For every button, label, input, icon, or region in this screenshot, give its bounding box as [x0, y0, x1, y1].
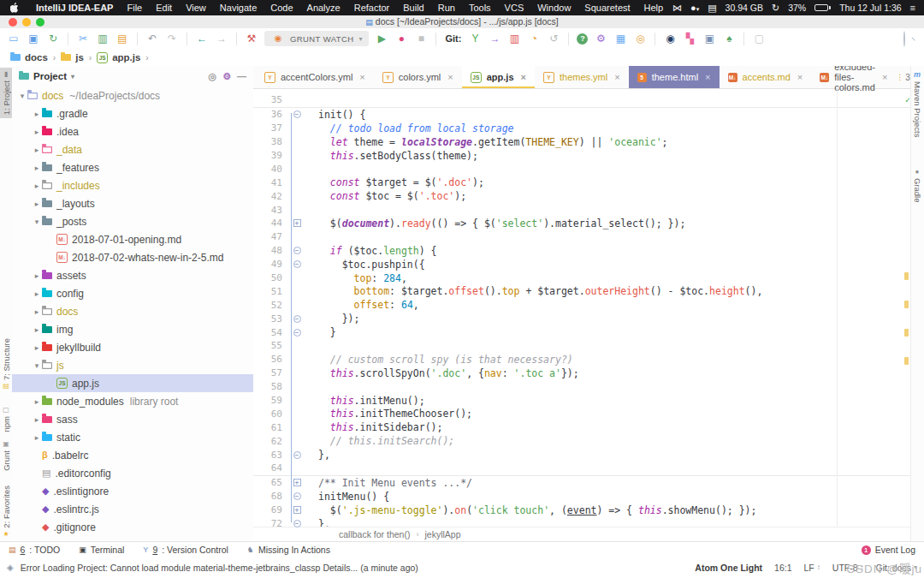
settings-gear-icon[interactable]: ⚙: [594, 32, 607, 45]
close-icon[interactable]: ×: [359, 72, 364, 82]
tree-item-posts[interactable]: ▾_posts: [12, 212, 253, 230]
menu-file[interactable]: File: [120, 3, 149, 13]
tree-item-gitignore[interactable]: ◆.gitignore: [12, 518, 253, 536]
toolwindow-terminal[interactable]: ▣Terminal: [79, 545, 124, 555]
menu-refactor[interactable]: Refactor: [347, 3, 397, 13]
chevron-right-icon[interactable]: ▸: [32, 110, 42, 118]
toolwindow-gradle[interactable]: ● Gradle: [911, 169, 923, 203]
toolwindow-switcher-icon[interactable]: ◈: [7, 563, 14, 572]
save-icon[interactable]: ▣: [27, 32, 40, 45]
warning-mark[interactable]: [904, 272, 909, 280]
run-icon[interactable]: ▶: [375, 32, 388, 45]
breadcrumb-js[interactable]: js: [61, 52, 84, 63]
hide-panel-icon[interactable]: —: [237, 71, 246, 81]
close-icon[interactable]: ×: [705, 72, 710, 82]
git-update-icon[interactable]: →: [488, 32, 501, 45]
tab-app-js[interactable]: JSapp.js×: [462, 66, 535, 88]
history-clock-icon[interactable]: ◔: [527, 32, 541, 45]
run-configuration-selector[interactable]: ◉GRUNT WATCH▾: [264, 31, 369, 46]
tree-item-babelrc[interactable]: β.babelrc: [12, 446, 253, 464]
fold-collapse-icon[interactable]: −: [293, 247, 301, 254]
hidden-tabs-button[interactable]: ⋮3: [896, 66, 911, 88]
close-icon[interactable]: ×: [882, 72, 887, 82]
fold-expand-icon[interactable]: +: [293, 479, 301, 486]
chevron-right-icon[interactable]: ▸: [32, 200, 42, 208]
menu-build[interactable]: Build: [396, 3, 430, 13]
chevron-right-icon[interactable]: ▸: [32, 182, 42, 190]
tree-item-idea[interactable]: ▸.idea: [12, 122, 253, 140]
toolwindow-missing-in-actions[interactable]: ♞Missing In Actions: [247, 545, 330, 555]
tree-item-docs[interactable]: ▸docs: [12, 302, 253, 320]
theme-name-widget[interactable]: Atom One Light: [695, 563, 762, 573]
menu-analyze[interactable]: Analyze: [300, 3, 347, 13]
chevron-right-icon[interactable]: ▸: [32, 433, 42, 442]
tab-theme-html[interactable]: 5theme.html×: [629, 66, 720, 88]
build-hammer-icon[interactable]: ⚒: [245, 32, 258, 45]
warning-mark[interactable]: [904, 357, 909, 365]
cut-icon[interactable]: ✂: [76, 32, 90, 45]
chevron-right-icon[interactable]: ▸: [32, 397, 42, 406]
fold-collapse-icon[interactable]: −: [293, 329, 301, 337]
tree-item-jekyllbuild[interactable]: ▸jekyllbuild: [12, 338, 253, 356]
line-separator-widget[interactable]: LF↕: [804, 563, 820, 573]
editor-area[interactable]: YaccentColors.yml×Ycolors.yml×JSapp.js×Y…: [253, 66, 911, 541]
material-theme-icon[interactable]: ♠: [722, 32, 736, 45]
sync-icon[interactable]: ↻: [46, 32, 60, 45]
code-area[interactable]: 3536−init() {37 // todo load from local …: [253, 88, 911, 527]
git-branch-icon[interactable]: Y: [468, 32, 482, 45]
toolwindow-project[interactable]: ▮ 1: Project: [0, 68, 12, 118]
stop-icon[interactable]: ■: [414, 32, 428, 45]
chevron-right-icon[interactable]: ▸: [32, 307, 42, 316]
chevron-down-icon[interactable]: ▾: [32, 217, 42, 226]
tab-accentcolors-yml[interactable]: YaccentColors.yml×: [256, 66, 374, 88]
battery-percent[interactable]: 37%: [788, 3, 806, 13]
debug-bug-icon[interactable]: ●: [394, 32, 408, 45]
status-circle-icon[interactable]: ●▾: [690, 3, 699, 13]
close-icon[interactable]: ×: [797, 72, 803, 82]
breadcrumb-docs[interactable]: docs: [10, 52, 48, 63]
paste-icon[interactable]: ▤: [116, 32, 129, 45]
tab-themes-yml[interactable]: Ythemes.yml×: [535, 66, 629, 88]
menubar-clock[interactable]: Thu 12 Jul 1:36: [839, 3, 901, 13]
tab-excluded-files-colors-md[interactable]: M↓excluded-files-colors.md×: [811, 66, 896, 88]
bartender-icon[interactable]: ⋈: [672, 3, 682, 13]
tree-item-editorconfig[interactable]: ▤.editorconfig: [12, 464, 253, 482]
chevron-right-icon[interactable]: ▸: [32, 343, 42, 352]
chevron-right-icon[interactable]: ▸: [32, 164, 42, 172]
tree-item-data[interactable]: ▸_data: [12, 140, 253, 158]
project-panel-title[interactable]: Project: [33, 71, 67, 81]
tree-item-node-modules[interactable]: ▸node_moduleslibrary root: [12, 392, 253, 410]
detach-icon[interactable]: ▢: [752, 32, 766, 45]
toolwindow-structure[interactable]: 7: Structure ▤: [0, 338, 12, 390]
menu-edit[interactable]: Edit: [149, 3, 179, 13]
tree-item-features[interactable]: ▸_features: [12, 158, 253, 176]
project-structure-icon[interactable]: ▦: [613, 32, 627, 45]
tree-item-eslintrc-js[interactable]: ◆.eslintrc.js: [12, 500, 253, 518]
tree-item-2018-07-02-whats-new-in-2-5-md[interactable]: M↓2018-07-02-whats-new-in-2-5.md: [12, 248, 253, 266]
toolwindow-favorites[interactable]: 2: Favorites ★: [0, 486, 12, 538]
apple-menu-icon[interactable]: [9, 3, 21, 13]
menu-help[interactable]: Help: [637, 3, 671, 13]
toolwindow-todo[interactable]: ▤6: TODO: [9, 545, 60, 555]
coverage-icon[interactable]: ◎: [633, 32, 647, 45]
close-icon[interactable]: ×: [447, 72, 453, 82]
copy-icon[interactable]: ▥: [96, 32, 110, 45]
locate-file-icon[interactable]: ◎: [209, 71, 217, 81]
menu-view[interactable]: View: [179, 3, 213, 13]
sync-status-icon[interactable]: ↻: [772, 3, 779, 13]
toolwindow-version-control[interactable]: Y9: Version Control: [143, 545, 228, 555]
search-everywhere-icon[interactable]: ◉: [663, 32, 677, 45]
git-changes-icon[interactable]: ▥: [507, 32, 521, 45]
forward-icon[interactable]: →: [215, 32, 228, 45]
fold-collapse-icon[interactable]: −: [293, 315, 301, 323]
menu-squaretest[interactable]: Squaretest: [578, 3, 637, 13]
fold-collapse-icon[interactable]: −: [293, 260, 301, 268]
fold-expand-icon[interactable]: +: [293, 219, 301, 227]
warning-mark[interactable]: [904, 301, 909, 308]
tree-item-static[interactable]: ▸static: [12, 428, 253, 446]
chevron-down-icon[interactable]: ▾: [32, 361, 42, 370]
menu-vcs[interactable]: VCS: [498, 3, 531, 13]
fold-collapse-icon[interactable]: −: [293, 451, 301, 459]
tab-accents-md[interactable]: M↓accents.md×: [720, 66, 812, 88]
chevron-right-icon[interactable]: ▸: [32, 289, 42, 298]
